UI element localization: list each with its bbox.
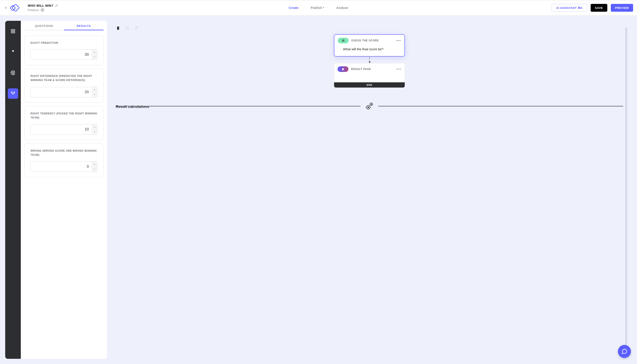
node-more-icon[interactable]: ••• bbox=[396, 67, 401, 71]
top-bar: WHO WILL WIN? Predictor i Create Publish… bbox=[0, 0, 637, 16]
score-label: EXACT PREDICTION bbox=[30, 41, 97, 45]
score-card: RIGHT TENDENCY (PICKED THE RIGHT WINNING… bbox=[24, 106, 104, 140]
undo-icon[interactable] bbox=[125, 26, 129, 30]
stepper-down[interactable]: ▼ bbox=[92, 129, 97, 134]
score-list[interactable]: EXACT PREDICTION ▲ ▼ RIGHT DIFFERENCE (P… bbox=[21, 30, 107, 359]
stepper-up[interactable]: ▲ bbox=[92, 124, 97, 130]
svg-point-8 bbox=[343, 40, 344, 41]
canvas: GUESS THE SCORE ••• What will the final … bbox=[107, 21, 632, 359]
node-body: What will the final score be? bbox=[338, 43, 401, 53]
node-guess-score[interactable]: GUESS THE SCORE ••• What will the final … bbox=[334, 34, 405, 56]
score-card: RIGHT DIFFERENCE (PREDICTED THE RIGHT WI… bbox=[24, 69, 104, 102]
svg-rect-2 bbox=[11, 30, 12, 31]
preview-button[interactable]: PREVIEW bbox=[611, 4, 633, 12]
score-input-difference[interactable] bbox=[31, 87, 92, 97]
nav-tab-analyze[interactable]: Analyze bbox=[336, 6, 348, 10]
ai-assistant-button[interactable]: AI ASSISTANT ⌘K bbox=[552, 4, 587, 12]
back-button[interactable] bbox=[4, 6, 8, 10]
redo-icon[interactable] bbox=[134, 26, 138, 30]
svg-rect-3 bbox=[14, 30, 15, 31]
divider-line bbox=[378, 106, 623, 106]
save-button[interactable]: SAVE bbox=[591, 4, 607, 12]
calc-divider bbox=[115, 102, 624, 111]
node-type-icon bbox=[338, 66, 348, 72]
score-card: EXACT PREDICTION ▲ ▼ bbox=[24, 36, 104, 65]
rail-layout-icon[interactable] bbox=[8, 26, 18, 36]
delete-icon[interactable] bbox=[116, 26, 120, 30]
side-tab-results[interactable]: RESULTS bbox=[64, 21, 104, 30]
score-card: WRONG (WRONG SCORE AND WRONG WINNING TEA… bbox=[24, 144, 104, 177]
node-title: GUESS THE SCORE bbox=[351, 39, 379, 42]
side-panel: QUESTIONS RESULTS EXACT PREDICTION ▲ ▼ R… bbox=[21, 21, 107, 359]
info-icon[interactable]: i bbox=[41, 8, 44, 12]
score-input-wrong[interactable] bbox=[31, 162, 92, 172]
chat-button[interactable] bbox=[618, 345, 631, 358]
stepper-down[interactable]: ▼ bbox=[92, 92, 97, 97]
rail-design-icon[interactable] bbox=[8, 47, 18, 57]
node-more-icon[interactable]: ••• bbox=[396, 38, 401, 42]
nav-tabs: Create Publish * Analyze bbox=[288, 6, 348, 10]
gears-icon bbox=[365, 102, 374, 111]
logo[interactable] bbox=[10, 3, 22, 12]
stepper-up[interactable]: ▲ bbox=[92, 50, 97, 55]
stepper-down[interactable]: ▼ bbox=[92, 167, 97, 172]
node-result-page[interactable]: RESULT PAGE ••• END bbox=[334, 63, 405, 88]
svg-rect-1 bbox=[10, 5, 16, 10]
flow-area: GUESS THE SCORE ••• What will the final … bbox=[115, 32, 624, 88]
divider-line bbox=[116, 106, 360, 106]
node-title: RESULT PAGE bbox=[351, 68, 371, 71]
nav-tab-publish[interactable]: Publish * bbox=[311, 6, 324, 10]
svg-rect-4 bbox=[11, 32, 12, 33]
node-type-icon bbox=[338, 38, 348, 43]
score-label: RIGHT TENDENCY (PICKED THE RIGHT WINNING… bbox=[30, 112, 97, 120]
page-title: WHO WILL WIN? bbox=[28, 4, 53, 7]
page-subtitle: Predictor bbox=[28, 8, 39, 12]
score-label: RIGHT DIFFERENCE (PREDICTED THE RIGHT WI… bbox=[30, 74, 97, 82]
svg-point-6 bbox=[12, 72, 14, 74]
rail-logic-icon[interactable] bbox=[8, 88, 18, 99]
end-label: END bbox=[334, 82, 405, 88]
stepper-up[interactable]: ▲ bbox=[92, 87, 97, 92]
rail-settings-icon[interactable] bbox=[8, 68, 18, 78]
stepper-down[interactable]: ▼ bbox=[92, 55, 97, 60]
stepper-up[interactable]: ▲ bbox=[92, 162, 97, 167]
side-tab-questions[interactable]: QUESTIONS bbox=[24, 21, 64, 30]
canvas-toolbar bbox=[115, 26, 624, 30]
workspace: QUESTIONS RESULTS EXACT PREDICTION ▲ ▼ R… bbox=[0, 16, 637, 364]
svg-rect-5 bbox=[14, 32, 15, 33]
canvas-scrollbar[interactable] bbox=[625, 27, 627, 352]
nav-tab-create[interactable]: Create bbox=[288, 6, 298, 10]
left-rail bbox=[5, 21, 21, 359]
score-label: WRONG (WRONG SCORE AND WRONG WINNING TEA… bbox=[30, 149, 97, 157]
svg-point-12 bbox=[371, 104, 372, 105]
flow-connector bbox=[370, 56, 370, 63]
score-input-tendency[interactable] bbox=[31, 124, 92, 134]
title-block: WHO WILL WIN? Predictor i bbox=[28, 4, 58, 12]
score-input-exact[interactable] bbox=[31, 50, 92, 60]
edit-title-icon[interactable] bbox=[55, 4, 58, 7]
svg-point-10 bbox=[368, 107, 369, 108]
